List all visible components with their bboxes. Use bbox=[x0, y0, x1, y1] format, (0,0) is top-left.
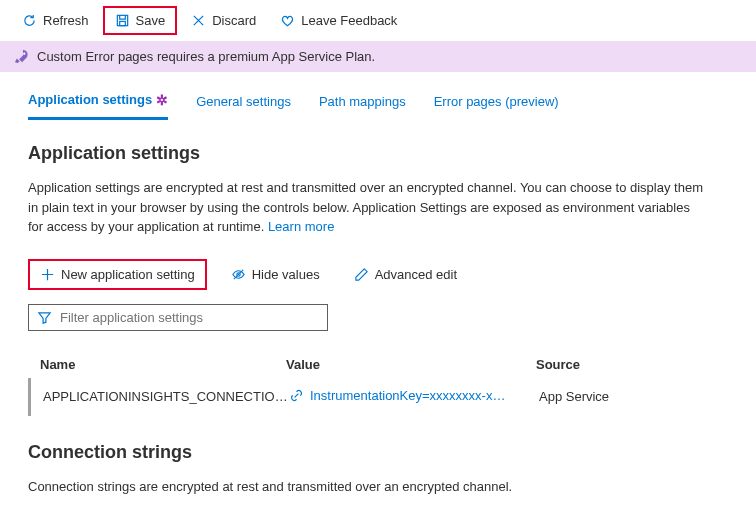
col-name-header: Name bbox=[36, 357, 286, 372]
command-bar: Refresh Save Discard Leave Feedback bbox=[0, 0, 756, 41]
link-icon bbox=[289, 388, 304, 403]
feedback-button[interactable]: Leave Feedback bbox=[270, 8, 407, 33]
save-icon bbox=[115, 13, 130, 28]
hide-values-button[interactable]: Hide values bbox=[221, 261, 330, 288]
table-header: Name Value Source bbox=[28, 351, 728, 378]
tab-bar: Application settings ✲ General settings … bbox=[0, 72, 756, 121]
setting-value-text: InstrumentationKey=xxxxxxxx-xxxx-xxxx bbox=[310, 388, 510, 403]
content-area: Application settings Application setting… bbox=[0, 121, 756, 507]
col-source-header: Source bbox=[536, 357, 720, 372]
edit-icon bbox=[354, 267, 369, 282]
dirty-indicator-icon: ✲ bbox=[156, 93, 168, 107]
tab-error-pages[interactable]: Error pages (preview) bbox=[434, 86, 559, 120]
rocket-icon bbox=[14, 49, 29, 64]
save-button[interactable]: Save bbox=[103, 6, 178, 35]
connection-strings-description: Connection strings are encrypted at rest… bbox=[28, 477, 708, 497]
setting-value-link[interactable]: InstrumentationKey=xxxxxxxx-xxxx-xxxx bbox=[289, 388, 510, 403]
save-label: Save bbox=[136, 13, 166, 28]
eye-off-icon bbox=[231, 267, 246, 282]
refresh-label: Refresh bbox=[43, 13, 89, 28]
svg-rect-1 bbox=[119, 21, 125, 25]
plus-icon bbox=[40, 267, 55, 282]
col-value-header: Value bbox=[286, 357, 536, 372]
refresh-icon bbox=[22, 13, 37, 28]
learn-more-link[interactable]: Learn more bbox=[268, 219, 334, 234]
heart-icon bbox=[280, 13, 295, 28]
new-setting-label: New application setting bbox=[61, 267, 195, 282]
hide-values-label: Hide values bbox=[252, 267, 320, 282]
tab-general-settings[interactable]: General settings bbox=[196, 86, 291, 120]
banner-text: Custom Error pages requires a premium Ap… bbox=[37, 49, 375, 64]
close-icon bbox=[191, 13, 206, 28]
filter-icon bbox=[37, 310, 52, 325]
app-settings-description: Application settings are encrypted at re… bbox=[28, 178, 708, 237]
svg-point-2 bbox=[23, 53, 25, 55]
app-settings-heading: Application settings bbox=[28, 143, 728, 164]
setting-source: App Service bbox=[539, 389, 720, 404]
tab-label: Application settings bbox=[28, 92, 152, 107]
tab-application-settings[interactable]: Application settings ✲ bbox=[28, 86, 168, 120]
advanced-edit-label: Advanced edit bbox=[375, 267, 457, 282]
feedback-label: Leave Feedback bbox=[301, 13, 397, 28]
advanced-edit-button[interactable]: Advanced edit bbox=[344, 261, 467, 288]
filter-input[interactable] bbox=[60, 310, 319, 325]
refresh-button[interactable]: Refresh bbox=[12, 8, 99, 33]
discard-label: Discard bbox=[212, 13, 256, 28]
discard-button[interactable]: Discard bbox=[181, 8, 266, 33]
svg-rect-0 bbox=[117, 15, 127, 25]
info-banner: Custom Error pages requires a premium Ap… bbox=[0, 41, 756, 72]
new-application-setting-button[interactable]: New application setting bbox=[28, 259, 207, 290]
connection-strings-heading: Connection strings bbox=[28, 442, 728, 463]
app-settings-actions: New application setting Hide values Adva… bbox=[28, 259, 728, 290]
tab-path-mappings[interactable]: Path mappings bbox=[319, 86, 406, 120]
setting-name: APPLICATIONINSIGHTS_CONNECTION_STRING bbox=[39, 389, 289, 404]
table-row[interactable]: APPLICATIONINSIGHTS_CONNECTION_STRING In… bbox=[28, 378, 728, 416]
filter-box[interactable] bbox=[28, 304, 328, 331]
